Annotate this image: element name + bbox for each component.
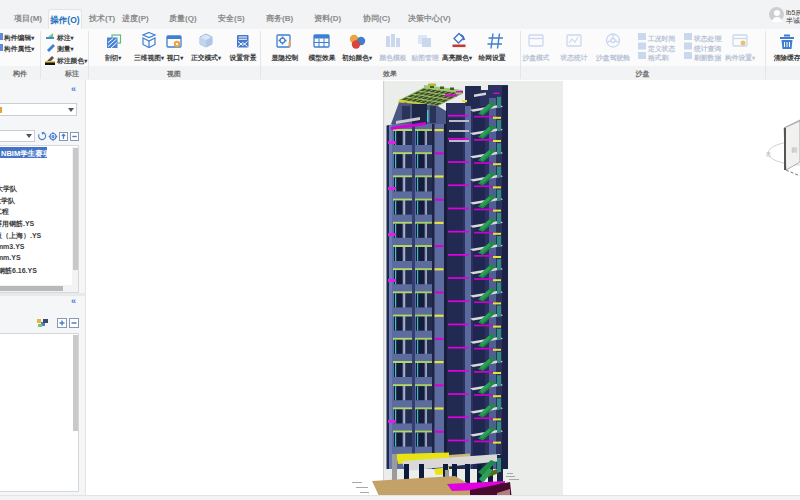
svg-text:西: 西 <box>766 151 771 158</box>
svg-text:i: i <box>288 38 291 49</box>
svg-text:前: 前 <box>791 146 798 153</box>
